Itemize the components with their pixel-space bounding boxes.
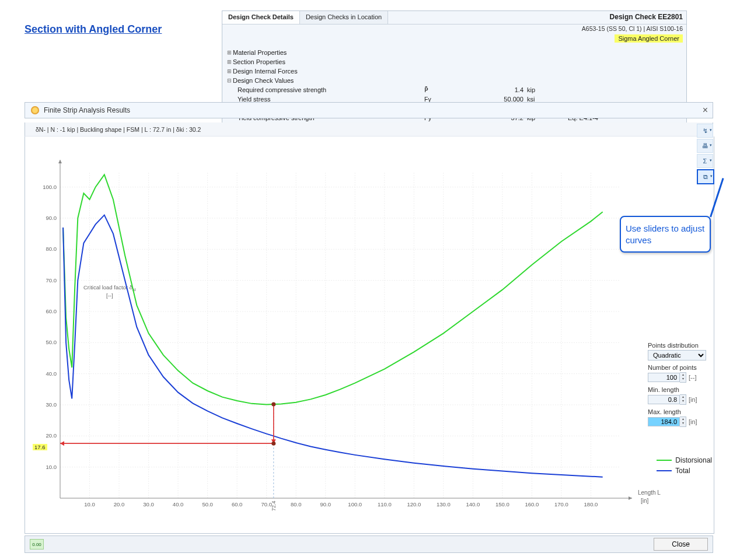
bottom-bar: 0.00 Close bbox=[25, 536, 713, 553]
sigma-angled-corner-badge: Sigma Angled Corner bbox=[615, 34, 683, 43]
svg-text:140.0: 140.0 bbox=[466, 501, 480, 508]
sliders-callout: Use sliders to adjust curves bbox=[620, 216, 711, 253]
svg-text:150.0: 150.0 bbox=[495, 501, 509, 508]
svg-text:60.0: 60.0 bbox=[46, 308, 57, 314]
svg-text:90.0: 90.0 bbox=[46, 215, 57, 221]
curve-controls: Points distribution Quadratic Number of … bbox=[648, 338, 712, 427]
svg-text:70.0: 70.0 bbox=[46, 277, 57, 284]
svg-text:10.0: 10.0 bbox=[84, 501, 95, 508]
design-check-code: Design Check EE2801 bbox=[610, 13, 683, 21]
svg-text:130.0: 130.0 bbox=[437, 501, 451, 508]
chart-area: Critical load factor δki[--] 10.020.030.… bbox=[25, 136, 714, 534]
buckling-chart: 10.020.030.040.050.060.070.080.090.0100.… bbox=[25, 136, 714, 533]
svg-text:60.0: 60.0 bbox=[232, 501, 243, 508]
svg-text:110.0: 110.0 bbox=[378, 501, 392, 508]
svg-text:180.0: 180.0 bbox=[584, 501, 598, 508]
tree-group[interactable]: ⊟Design Check Values bbox=[222, 76, 686, 85]
number-of-points-input[interactable] bbox=[648, 373, 680, 382]
fsa-header-label: Finite Strip Analysis Results bbox=[44, 106, 130, 114]
design-standard-meta: A653-15 (SS 50, Cl 1) | AISI S100-16 bbox=[582, 25, 683, 32]
chart-legend: Distorsional Total bbox=[657, 456, 712, 477]
svg-text:20.0: 20.0 bbox=[46, 432, 57, 439]
tree-row[interactable]: Required compressive strengthP̄1.4kip bbox=[222, 85, 686, 94]
num-points-spinner[interactable]: ▴▾ bbox=[680, 372, 686, 383]
max-length-input[interactable] bbox=[648, 417, 680, 426]
svg-text:100.0: 100.0 bbox=[43, 184, 57, 190]
section-title-link[interactable]: Section with Angled Corner bbox=[25, 23, 162, 36]
svg-text:90.0: 90.0 bbox=[320, 501, 331, 508]
svg-text:40.0: 40.0 bbox=[173, 501, 184, 508]
svg-text:72.4: 72.4 bbox=[271, 501, 277, 511]
y-marker-17-6: 17.6 bbox=[33, 444, 47, 450]
svg-text:80.0: 80.0 bbox=[291, 501, 302, 508]
min-length-spinner[interactable]: ▴▾ bbox=[680, 394, 686, 405]
number-of-points-label: Number of points bbox=[648, 364, 712, 371]
max-length-label: Max. length bbox=[648, 408, 712, 415]
svg-text:170.0: 170.0 bbox=[554, 501, 568, 508]
max-length-unit: [in] bbox=[689, 418, 697, 425]
num-points-unit: [--] bbox=[689, 374, 696, 381]
close-button[interactable]: Close bbox=[654, 538, 708, 551]
svg-text:30.0: 30.0 bbox=[46, 401, 57, 408]
tree-group[interactable]: ⊞Material Properties bbox=[222, 48, 686, 57]
min-length-unit: [in] bbox=[689, 396, 697, 403]
svg-text:100.0: 100.0 bbox=[348, 501, 362, 508]
svg-text:80.0: 80.0 bbox=[46, 246, 57, 252]
sigma-tool[interactable]: Σ▾ bbox=[697, 154, 713, 168]
tab-design-check-details[interactable]: Design Check Details bbox=[222, 11, 300, 24]
svg-point-64 bbox=[271, 442, 275, 446]
svg-text:50.0: 50.0 bbox=[202, 501, 213, 508]
svg-text:[in]: [in] bbox=[641, 498, 649, 504]
legend-total: Total bbox=[657, 467, 712, 475]
fsa-results-header: Finite Strip Analysis Results × bbox=[25, 102, 713, 118]
svg-text:40.0: 40.0 bbox=[46, 370, 57, 377]
points-distribution-select[interactable]: Quadratic bbox=[648, 350, 706, 360]
min-length-input[interactable] bbox=[648, 395, 680, 404]
axes-tool[interactable]: ↯▾ bbox=[697, 124, 713, 138]
legend-distorsional: Distorsional bbox=[657, 456, 712, 464]
fsa-subheader: δN- | N : -1 kip | Buckling shape | FSM … bbox=[25, 123, 713, 136]
svg-text:120.0: 120.0 bbox=[407, 501, 421, 508]
svg-text:Length L: Length L bbox=[638, 489, 661, 496]
svg-text:160.0: 160.0 bbox=[525, 501, 539, 508]
svg-point-63 bbox=[271, 402, 275, 406]
print-tool[interactable]: 🖶▾ bbox=[697, 139, 713, 153]
tree-group[interactable]: ⊞Design Internal Forces bbox=[222, 66, 686, 76]
svg-text:20.0: 20.0 bbox=[114, 501, 125, 508]
svg-text:10.0: 10.0 bbox=[46, 464, 57, 470]
tab-design-checks-in-location[interactable]: Design Checks in Location bbox=[300, 11, 388, 24]
max-length-spinner[interactable]: ▴▾ bbox=[680, 416, 686, 427]
chart-side-toolbar: ↯▾ 🖶▾ Σ▾ ⧉▾ bbox=[697, 124, 712, 184]
svg-text:30.0: 30.0 bbox=[143, 501, 154, 508]
gear-icon bbox=[31, 106, 39, 114]
sliders-tool[interactable]: ⧉▾ bbox=[697, 169, 714, 184]
close-icon[interactable]: × bbox=[703, 105, 708, 116]
svg-text:50.0: 50.0 bbox=[46, 339, 57, 345]
min-length-label: Min. length bbox=[648, 386, 712, 393]
tree-group[interactable]: ⊞Section Properties bbox=[222, 57, 686, 66]
precision-icon[interactable]: 0.00 bbox=[30, 539, 44, 550]
points-distribution-label: Points distribution bbox=[648, 342, 712, 349]
